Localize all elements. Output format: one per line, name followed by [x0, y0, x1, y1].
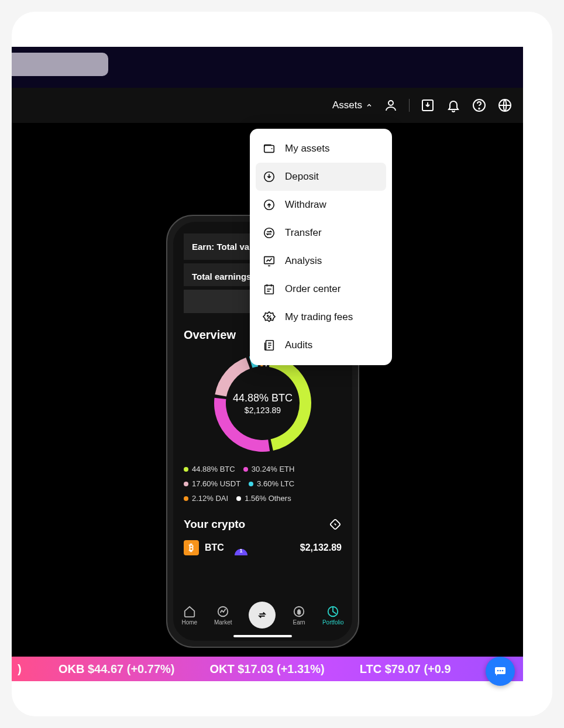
ticker-item: OKT $17.03 (+1.31%) [209, 662, 324, 676]
bell-icon[interactable] [446, 98, 461, 113]
svg-point-8 [264, 228, 274, 238]
legend-item: 44.88% BTC [184, 465, 235, 473]
legend-label: 17.60% USDT [192, 479, 240, 488]
legend-item: 1.56% Others [236, 494, 291, 503]
dd-withdraw[interactable]: Withdraw [256, 191, 386, 219]
legend-item: 2.12% DAI [184, 494, 228, 503]
legend-dot [184, 496, 188, 501]
user-icon[interactable] [383, 98, 398, 113]
earn-icon: $ [293, 605, 305, 618]
nav-earn[interactable]: $ Earn [293, 605, 305, 626]
ticker-fragment: ) [18, 662, 22, 676]
legend-label: 30.24% ETH [252, 465, 295, 473]
transfer-icon [263, 226, 276, 239]
nav-home[interactable]: Home [181, 605, 197, 626]
chat-button[interactable] [486, 657, 515, 686]
nav-trade-button[interactable] [249, 602, 276, 629]
legend-dot [243, 467, 248, 472]
svg-point-21 [500, 670, 501, 672]
btc-badge-icon: ₿ [184, 540, 199, 555]
dd-audits[interactable]: Audits [256, 331, 386, 359]
your-crypto-title: Your crypto [184, 518, 245, 531]
legend-dot [184, 482, 188, 486]
chevron-up-icon [366, 102, 373, 109]
dd-label: Order center [285, 283, 341, 295]
dd-trading-fees[interactable]: My trading fees [256, 303, 386, 331]
nav-market-label: Market [214, 619, 232, 626]
price-ticker: OKB $44.67 (+0.77%)OKT $17.03 (+1.31%)LT… [12, 657, 523, 681]
legend-item: 3.60% LTC [249, 479, 294, 488]
audits-icon [263, 339, 276, 352]
withdraw-icon [263, 198, 276, 211]
legend-item: 30.24% ETH [243, 465, 295, 473]
nav-market[interactable]: Market [214, 605, 232, 626]
notification-badge [235, 549, 247, 555]
crypto-symbol: BTC [205, 542, 224, 553]
ticker-item: LTC $79.07 (+0.9 [360, 662, 451, 676]
legend-label: 1.56% Others [245, 494, 291, 503]
dd-label: Analysis [285, 255, 322, 267]
home-icon [183, 605, 196, 618]
crypto-row-btc[interactable]: ₿ BTC $2,132.89 [184, 540, 342, 555]
svg-point-0 [388, 101, 393, 105]
brand-placeholder [12, 53, 108, 76]
bottom-nav: Home Market $ Earn Portfolio [173, 596, 352, 634]
svg-point-22 [502, 670, 504, 672]
donut-center-line1: 44.88% BTC [233, 392, 293, 404]
trade-icon [256, 609, 269, 621]
dd-label: My trading fees [285, 311, 353, 323]
donut-center-line2: $2,123.89 [245, 406, 281, 415]
svg-rect-5 [264, 146, 274, 153]
svg-point-20 [497, 670, 499, 672]
dd-label: Audits [285, 339, 312, 351]
svg-point-12 [270, 318, 271, 319]
sort-icon[interactable] [329, 518, 342, 531]
dd-label: Deposit [285, 171, 319, 183]
earn-title: Earn: Total valu [192, 242, 257, 252]
help-icon[interactable] [472, 98, 487, 113]
dd-my-assets[interactable]: My assets [256, 135, 386, 163]
earnings-title: Total earnings [192, 272, 251, 281]
dd-label: Withdraw [285, 199, 326, 211]
dd-order-center[interactable]: Order center [256, 275, 386, 303]
nav-portfolio-label: Portfolio [322, 619, 344, 626]
legend-label: 3.60% LTC [257, 479, 294, 488]
nav-separator [409, 99, 410, 112]
assets-label: Assets [332, 99, 362, 111]
dd-label: Transfer [285, 227, 322, 239]
app-card: Assets My assets Deposit [12, 12, 552, 716]
svg-rect-10 [265, 286, 274, 294]
wallet-icon [263, 142, 276, 155]
nav-portfolio[interactable]: Portfolio [322, 605, 344, 626]
download-icon[interactable] [420, 98, 435, 113]
chat-icon [493, 664, 507, 678]
crypto-value: $2,132.89 [300, 542, 342, 553]
order-center-icon [263, 283, 276, 296]
legend-label: 2.12% DAI [192, 494, 228, 503]
nav-home-label: Home [181, 619, 197, 626]
legend-dot [249, 482, 253, 486]
globe-icon[interactable] [497, 98, 513, 113]
svg-text:$: $ [298, 609, 301, 614]
legend-item: 17.60% USDT [184, 479, 240, 488]
svg-point-11 [267, 315, 269, 317]
deposit-icon [263, 170, 276, 183]
assets-dropdown-button[interactable]: Assets [332, 99, 373, 111]
dd-analysis[interactable]: Analysis [256, 247, 386, 275]
fees-icon [263, 311, 276, 324]
ticker-item: OKB $44.67 (+0.77%) [59, 662, 174, 676]
portfolio-icon [326, 605, 339, 618]
top-nav: Assets [12, 88, 523, 123]
market-icon [216, 605, 229, 618]
legend-dot [184, 467, 188, 472]
legend-label: 44.88% BTC [192, 465, 235, 473]
dd-transfer[interactable]: Transfer [256, 219, 386, 247]
home-indicator [233, 635, 292, 637]
your-crypto-header: Your crypto [184, 518, 342, 531]
analysis-icon [263, 255, 276, 267]
dd-deposit[interactable]: Deposit [256, 163, 386, 191]
legend: 44.88% BTC30.24% ETH17.60% USDT3.60% LTC… [184, 465, 342, 503]
dd-label: My assets [285, 143, 330, 154]
nav-earn-label: Earn [293, 619, 305, 626]
legend-dot [236, 496, 241, 501]
